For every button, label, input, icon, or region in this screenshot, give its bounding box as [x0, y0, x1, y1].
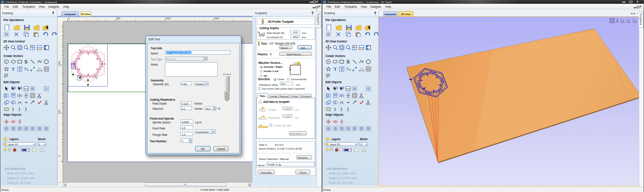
svg-text:S: S [24, 59, 27, 64]
svg-text:T: T [18, 67, 21, 72]
svg-text:y: y [635, 19, 636, 22]
svg-text:x: x [623, 19, 624, 22]
svg-text:S: S [346, 59, 349, 64]
svg-text:xx: xx [360, 67, 363, 70]
svg-text:T: T [12, 66, 15, 72]
svg-text:x: x [629, 19, 630, 22]
svg-text:T: T [24, 67, 27, 71]
svg-text:T: T [340, 67, 343, 72]
svg-text:T: T [334, 66, 337, 72]
svg-text:T: T [346, 67, 349, 71]
svg-text:xx: xx [38, 67, 41, 70]
